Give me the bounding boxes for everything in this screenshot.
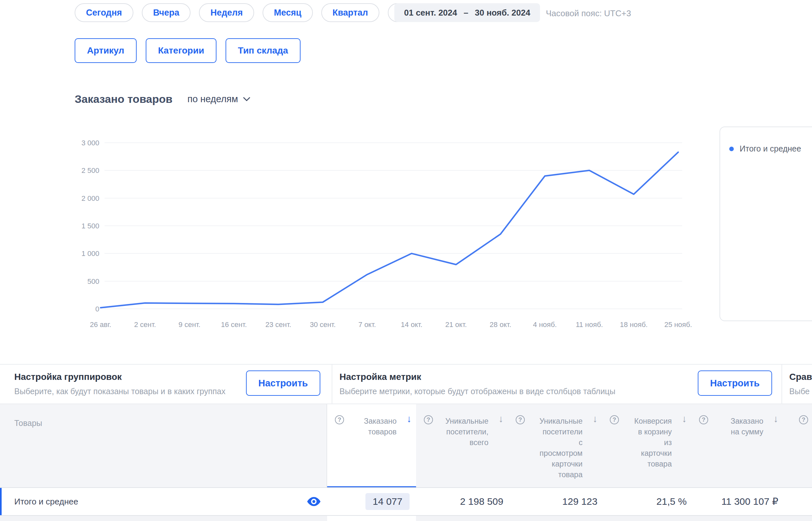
sort-arrow-icon[interactable]: ↓ [593,413,597,424]
settings-vertical-divider-1 [332,365,332,406]
settings-top-divider [0,364,812,365]
legend-item-total[interactable]: Итого и среднее [720,127,812,154]
help-icon[interactable]: ? [699,415,708,424]
date-from: 01 сент. 2024 [404,8,457,18]
header-line: Конверсия [634,416,672,427]
svg-text:2 сент.: 2 сент. [134,320,156,329]
comparison-title: Срав [789,372,812,382]
sort-arrow-icon[interactable]: ↓ [682,413,687,424]
svg-text:25 нояб.: 25 нояб. [664,320,692,329]
comparison-subtitle: Выбе [789,387,810,396]
header-line: Заказано [730,416,763,427]
sort-arrow-icon[interactable]: ↓ [407,413,412,424]
svg-text:16 сент.: 16 сент. [221,320,247,329]
article-filter-button[interactable]: Артикул [75,38,137,63]
timezone-label: Часовой пояс: UTC+3 [546,8,631,19]
chart-legend-card: Итого и среднее [720,127,812,321]
categories-filter-button[interactable]: Категории [146,38,217,63]
products-column-header: Товары [14,418,42,428]
metrics-subtitle: Выберите метрики, которые будут отображе… [339,387,615,396]
svg-text:1 000: 1 000 [82,249,99,257]
orders-line-chart: 05001 0001 5002 0002 5003 00026 авг.2 се… [75,136,707,330]
column-header-unique-visitors-total[interactable]: ? ↓ Уникальные посетители, всего [416,404,508,488]
svg-text:28 окт.: 28 окт. [490,320,511,329]
svg-text:4 нояб.: 4 нояб. [533,320,556,329]
header-line: карточки [634,448,672,459]
header-line: просмотром [540,448,583,459]
dimension-filters: Артикул Категории Тип склада [75,38,301,63]
header-line: Уникальные [540,416,583,427]
range-today-button[interactable]: Сегодня [75,3,133,22]
svg-text:3 000: 3 000 [82,139,99,147]
svg-text:14 окт.: 14 окт. [401,320,422,329]
header-line: товаров [364,427,397,437]
configure-groupings-button[interactable]: Настроить [246,370,320,396]
help-icon[interactable]: ? [424,415,433,424]
sort-arrow-icon[interactable]: ↓ [499,413,503,424]
metrics-title: Настройка метрик [339,372,421,382]
groupings-title: Настройка группировок [14,372,122,382]
svg-text:18 нояб.: 18 нояб. [620,320,648,329]
date-range-picker[interactable]: 01 сент. 2024 – 30 нояб. 2024 [394,3,540,22]
row-accent-bar [0,488,2,515]
header-line: товара [540,470,583,480]
svg-text:2 500: 2 500 [82,166,99,175]
svg-text:11 нояб.: 11 нояб. [576,320,603,329]
svg-text:0: 0 [95,305,99,313]
header-line: всего [445,437,488,448]
granularity-value: по неделям [187,94,238,105]
sort-arrow-icon[interactable]: ↓ [773,413,778,424]
legend-dot-icon [729,146,734,151]
header-line: посетители [540,427,583,437]
help-icon[interactable]: ? [516,415,525,424]
configure-metrics-button[interactable]: Настроить [698,370,772,396]
eye-icon[interactable] [306,496,321,507]
help-icon[interactable]: ? [610,415,619,424]
svg-text:2 000: 2 000 [82,194,99,202]
range-quarter-button[interactable]: Квартал [321,3,379,22]
header-line: из [634,437,672,448]
cell-cart-conversion: 21,5 % [602,488,691,515]
header-line: товара [634,459,672,470]
quick-range-filter: Сегодня Вчера Неделя Месяц Квартал Год [75,3,426,22]
cell-ordered-items: 14 077 [327,488,416,515]
header-line: в корзину [634,427,672,437]
chart-title: Заказано товаров [75,93,172,106]
svg-text:1 500: 1 500 [82,222,99,230]
date-to: 30 нояб. 2024 [475,8,530,18]
orders-chart-svg: 05001 0001 5002 0002 5003 00026 авг.2 се… [75,136,707,330]
svg-text:26 авг.: 26 авг. [90,320,111,329]
help-icon[interactable]: ? [799,415,808,424]
svg-text:30 сент.: 30 сент. [310,320,336,329]
svg-text:23 сент.: 23 сент. [265,320,291,329]
svg-text:7 окт.: 7 окт. [358,320,376,329]
granularity-dropdown[interactable]: по неделям [187,94,250,105]
range-yesterday-button[interactable]: Вчера [142,3,191,22]
header-line: карточки [540,459,583,470]
range-week-button[interactable]: Неделя [199,3,254,22]
column-header-ordered-items[interactable]: ? ↓ Заказано товаров [327,404,416,488]
column-header-unique-visitors-viewed[interactable]: ? ↓ Уникальные посетители с просмотром к… [508,404,602,488]
header-line: на сумму [730,427,763,437]
header-line: посетители, [445,427,488,437]
column-header-cart-conversion[interactable]: ? ↓ Конверсия в корзину из карточки това… [602,404,691,488]
column-header-ordered-amount[interactable]: ? ↓ Заказано на сумму [691,404,783,488]
svg-text:500: 500 [87,277,99,286]
groupings-subtitle: Выберите, как будут показаны товары и в … [14,387,225,396]
next-row-partial-sorted-col [327,516,416,521]
header-line: с [540,437,583,448]
svg-text:9 сент.: 9 сент. [178,320,200,329]
range-month-button[interactable]: Месяц [263,3,313,22]
warehouse-type-filter-button[interactable]: Тип склада [225,38,301,63]
cell-unique-visitors-total: 2 198 509 [416,488,508,515]
chevron-down-icon [243,97,250,101]
svg-text:21 окт.: 21 окт. [445,320,467,329]
highlighted-value: 14 077 [366,493,410,510]
help-icon[interactable]: ? [335,415,344,424]
cell-ordered-amount: 11 300 107 ₽ [691,488,783,515]
header-line: Уникальные [445,416,488,427]
cell-unique-visitors-viewed: 129 123 [508,488,602,515]
legend-series-label: Итого и среднее [740,144,801,154]
date-dash: – [464,8,468,18]
settings-vertical-divider-2 [782,365,782,406]
